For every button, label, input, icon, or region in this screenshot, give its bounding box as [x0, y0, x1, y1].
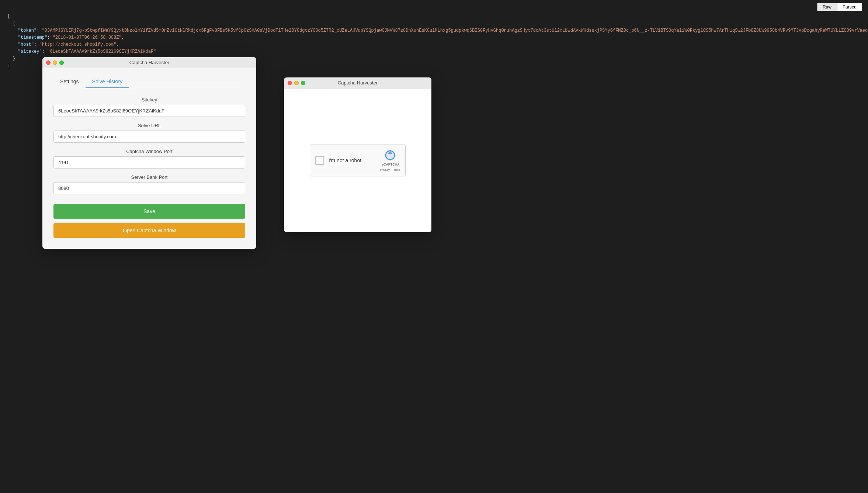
recaptcha-preview-window: Captcha Harvester I'm not a robot reCAPT…	[284, 77, 431, 232]
traffic-lights	[46, 60, 64, 65]
recaptcha-minimize-button[interactable]	[294, 81, 299, 85]
captcha-port-input[interactable]	[53, 156, 245, 169]
recaptcha-body: I'm not a robot reCAPTCHA Privacy · Term…	[284, 88, 431, 232]
recaptcha-maximize-button[interactable]	[301, 81, 305, 85]
open-captcha-window-button[interactable]: Open Captcha Window	[53, 223, 245, 238]
save-button[interactable]: Save	[53, 204, 245, 219]
minimize-button[interactable]	[53, 60, 57, 65]
parsed-button[interactable]: Parsed	[837, 3, 862, 11]
server-bank-port-input[interactable]	[53, 182, 245, 194]
recaptcha-links: Privacy · Terms	[380, 168, 400, 171]
raw-parsed-toggle[interactable]: Raw Parsed	[817, 3, 862, 11]
solve-url-label: Solve URL	[53, 123, 245, 128]
sitekey-field-group: Sitekey	[53, 97, 245, 117]
recaptcha-widget: I'm not a robot reCAPTCHA Privacy · Term…	[310, 145, 406, 177]
tab-solve-history[interactable]: Solve History	[86, 76, 129, 88]
recaptcha-not-a-robot-label: I'm not a robot	[329, 157, 361, 163]
recaptcha-checkbox[interactable]	[315, 156, 324, 165]
recaptcha-titlebar: Captcha Harvester	[284, 77, 431, 88]
solve-url-field-group: Solve URL	[53, 123, 245, 143]
settings-body: Settings Solve History Sitekey Solve URL…	[42, 68, 256, 249]
recaptcha-close-button[interactable]	[288, 81, 292, 85]
recaptcha-brand-label: reCAPTCHA	[381, 163, 399, 167]
sitekey-input[interactable]	[53, 105, 245, 117]
recaptcha-logo-icon	[384, 149, 396, 161]
raw-button[interactable]: Raw	[817, 3, 837, 11]
window-titlebar: Captcha Harvester	[42, 57, 256, 68]
captcha-port-label: Captcha Window Port	[53, 149, 245, 154]
harvester-settings-window: Captcha Harvester Settings Solve History…	[42, 57, 256, 249]
tab-bar: Settings Solve History	[53, 76, 245, 88]
sitekey-label: Sitekey	[53, 97, 245, 103]
solve-url-input[interactable]	[53, 131, 245, 143]
recaptcha-window-title: Captcha Harvester	[338, 80, 378, 86]
close-button[interactable]	[46, 60, 51, 65]
maximize-button[interactable]	[59, 60, 64, 65]
captcha-port-field-group: Captcha Window Port	[53, 149, 245, 169]
recaptcha-left: I'm not a robot	[315, 156, 361, 165]
recaptcha-traffic-lights	[288, 81, 305, 85]
recaptcha-right: reCAPTCHA Privacy · Terms	[380, 149, 400, 172]
server-bank-port-label: Server Bank Port	[53, 174, 245, 180]
server-bank-port-field-group: Server Bank Port	[53, 174, 245, 194]
tab-settings[interactable]: Settings	[53, 76, 86, 88]
window-title: Captcha Harvester	[129, 60, 169, 65]
